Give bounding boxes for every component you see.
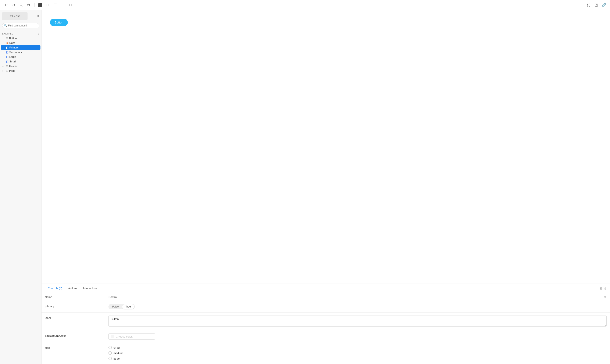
expand-arrow-button: ▾ — [2, 37, 5, 39]
view-list-icon[interactable]: ☰ — [52, 2, 59, 9]
toolbar: ↩ ⊙ ⬛ ⊞ ☰ ⊟ ⊡ — [0, 0, 610, 10]
sidebar-item-docs-label: Docs — [9, 41, 38, 44]
sidebar-item-button[interactable]: ▾ ⊞ Button — [1, 36, 41, 40]
share-icon[interactable] — [593, 2, 600, 9]
control-name-primary: primary — [45, 304, 108, 308]
radio-large[interactable]: large — [108, 357, 607, 360]
control-toggle-primary: False True — [108, 304, 607, 309]
toolbar-right: 🔗 — [585, 2, 608, 9]
svg-line-2 — [22, 6, 22, 6]
expand-arrow-page: ▸ — [2, 70, 5, 72]
svg-line-5 — [29, 6, 30, 6]
sidebar-item-button-label: Button — [9, 37, 38, 40]
sidebar: 350 × 150 ⚙ 🔍 / EXAMPLE ∨ ▾ ⊞ Button — [0, 10, 41, 364]
sidebar-item-small[interactable]: ◧ Small — [1, 59, 41, 64]
controls-tabs: Controls (4) Actions Interactions ⊞ ⊗ — [41, 284, 610, 293]
color-picker[interactable]: Choose color... — [108, 333, 155, 340]
grid-view-icon[interactable]: ⊞ — [599, 286, 602, 290]
color-placeholder: Choose color... — [116, 335, 134, 338]
sidebar-item-docs[interactable]: ▣ Docs — [1, 41, 41, 45]
secondary-icon: ◧ — [6, 51, 9, 54]
control-row-label: label ✦ — [41, 312, 610, 330]
search-input-wrapper[interactable]: 🔍 / — [2, 23, 39, 28]
tab-interactions[interactable]: Interactions — [80, 284, 100, 293]
toggle-true[interactable]: True — [122, 304, 134, 309]
sidebar-section-header: EXAMPLE ∨ — [0, 32, 41, 36]
radio-label-large: large — [113, 357, 120, 360]
zoom-in-icon[interactable] — [26, 2, 32, 9]
sidebar-search: 🔍 / — [0, 21, 41, 30]
page-group-icon: ⊞ — [6, 69, 8, 72]
fullscreen-icon[interactable] — [585, 2, 592, 9]
col-name-header: Name — [45, 295, 108, 299]
label-textarea[interactable] — [108, 315, 607, 326]
control-textarea-label — [108, 315, 607, 327]
control-name-size: size — [45, 346, 108, 349]
sidebar-item-primary-label: Primary — [9, 46, 38, 49]
reset-all-icon[interactable]: ↺ — [604, 295, 607, 299]
sidebar-item-large[interactable]: ◧ Large — [1, 55, 41, 59]
color-swatch — [111, 335, 114, 338]
required-marker: ✦ — [52, 316, 54, 320]
control-row-bgcolor: backgroundColor Choose color... — [41, 330, 610, 343]
radio-group-size: small medium large — [108, 346, 607, 360]
main-layout: 350 × 150 ⚙ 🔍 / EXAMPLE ∨ ▾ ⊞ Button — [0, 10, 610, 364]
radio-medium[interactable]: medium — [108, 351, 607, 355]
radio-circle-small — [108, 346, 112, 349]
tab-controls[interactable]: Controls (4) — [45, 284, 65, 293]
control-color-bgcolor: Choose color... — [108, 333, 607, 340]
view-cols-icon[interactable]: ⊟ — [59, 2, 66, 9]
controls-body: Name Control ↺ primary False True — [41, 293, 610, 364]
radio-label-medium: medium — [113, 351, 123, 355]
controls-tab-actions: ⊞ ⊗ — [599, 286, 607, 290]
preview-button[interactable]: Button — [50, 19, 68, 26]
control-name-bgcolor: backgroundColor — [45, 333, 108, 337]
control-name-label: label ✦ — [45, 315, 108, 320]
sidebar-item-page[interactable]: ▸ ⊞ Page — [1, 69, 41, 73]
tab-actions[interactable]: Actions — [65, 284, 80, 293]
sidebar-item-large-label: Large — [9, 55, 38, 58]
radio-label-small: small — [113, 346, 120, 349]
search-input[interactable] — [8, 24, 36, 27]
canvas-area: Button Controls (4) Actions Interactions… — [41, 10, 610, 364]
radio-circle-medium — [108, 351, 112, 355]
kbd-hint: / — [37, 24, 37, 27]
sidebar-item-primary[interactable]: ◧ Primary — [1, 45, 41, 50]
link-icon[interactable]: 🔗 — [601, 2, 608, 9]
sidebar-item-small-label: Small — [9, 60, 38, 63]
section-chevron[interactable]: ∨ — [38, 33, 39, 35]
toggle-group-primary: False True — [108, 304, 135, 309]
search-icon: 🔍 — [4, 24, 7, 27]
controls-header-row: Name Control ↺ — [41, 293, 610, 301]
radio-small[interactable]: small — [108, 346, 607, 349]
close-panel-icon[interactable]: ⊗ — [604, 286, 607, 290]
primary-icon: ◧ — [6, 46, 9, 49]
control-row-size: size small medium — [41, 343, 610, 363]
sidebar-item-header[interactable]: ▸ ⊞ Header — [1, 64, 41, 68]
view-expand-icon[interactable]: ⊡ — [67, 2, 74, 9]
docs-icon: ▣ — [6, 41, 9, 44]
view-single-icon[interactable]: ⬛ — [37, 2, 43, 9]
toggle-false[interactable]: False — [109, 304, 122, 309]
header-group-icon: ⊞ — [6, 65, 8, 68]
sidebar-item-secondary[interactable]: ◧ Secondary — [1, 50, 41, 54]
zoom-fit-icon[interactable]: ⊙ — [10, 2, 17, 9]
sidebar-top: 350 × 150 ⚙ — [0, 10, 41, 21]
small-icon: ◧ — [6, 60, 9, 63]
section-label: EXAMPLE — [2, 33, 13, 35]
view-grid-icon[interactable]: ⊞ — [44, 2, 51, 9]
control-radio-size: small medium large — [108, 346, 607, 360]
sidebar-item-secondary-label: Secondary — [9, 51, 38, 54]
toolbar-divider-1 — [34, 3, 35, 7]
sidebar-item-header-label: Header — [9, 65, 38, 68]
undo-icon[interactable]: ↩ — [2, 2, 9, 9]
col-control-header: Control — [108, 295, 604, 299]
large-icon: ◧ — [6, 55, 9, 58]
sidebar-item-page-label: Page — [9, 69, 38, 72]
radio-circle-large — [108, 357, 112, 360]
component-size-badge: 350 × 150 — [2, 12, 27, 20]
settings-icon[interactable]: ⚙ — [36, 14, 39, 18]
zoom-out-icon[interactable] — [18, 2, 25, 9]
sidebar-section: EXAMPLE ∨ ▾ ⊞ Button ▣ Docs ◧ Primary ◧ — [0, 30, 41, 75]
canvas: Button — [41, 10, 610, 284]
